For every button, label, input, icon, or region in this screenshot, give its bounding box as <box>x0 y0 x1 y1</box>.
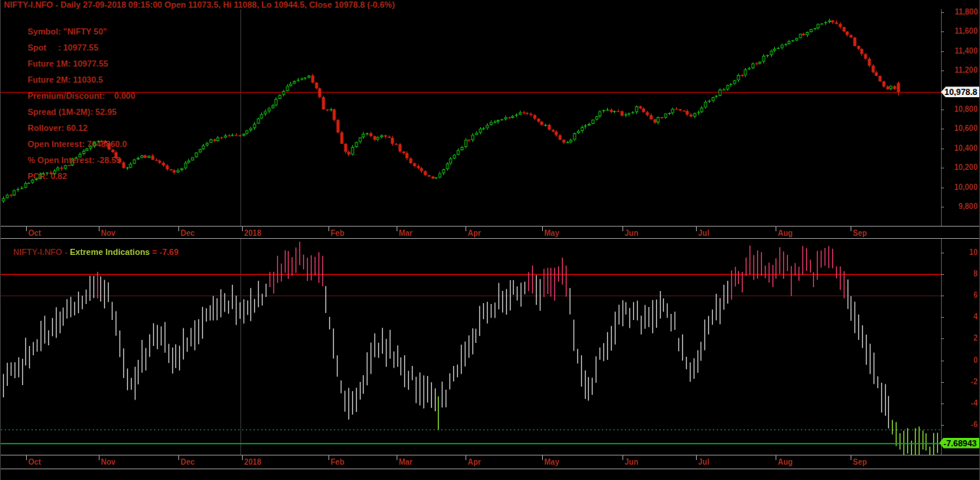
y-axis-tick <box>941 149 944 149</box>
indicator-title-name: Extreme Indications <box>70 247 150 256</box>
x-axis-label-apr: Apr <box>468 229 481 237</box>
bottom-x-axis[interactable]: OctNovDec2018FebMarAprMayJunJulAugSep <box>1 456 941 468</box>
x-axis-label-jul: Jul <box>698 229 709 237</box>
y-axis-tick <box>941 31 944 32</box>
x-axis-tick <box>696 227 697 231</box>
y-axis-tick <box>941 207 944 207</box>
x-axis-label-oct: Oct <box>28 458 41 466</box>
x-axis-label-jul: Jul <box>698 458 709 466</box>
y-axis-tick <box>941 274 944 275</box>
x-axis-tick <box>328 456 329 460</box>
y-axis-label: -4 <box>944 399 978 407</box>
x-axis-tick <box>622 456 623 460</box>
x-axis-tick <box>466 456 466 460</box>
x-axis-tick <box>696 456 697 460</box>
y-axis-label: 6 <box>944 291 978 299</box>
x-axis-label-dec: Dec <box>181 458 194 466</box>
y-axis-label: 0 <box>944 356 978 364</box>
x-axis-tick <box>99 227 100 231</box>
x-axis-label-2018: 2018 <box>244 458 261 466</box>
indicator-chart-canvas[interactable] <box>1 238 941 456</box>
y-axis-label: 4 <box>944 312 978 321</box>
y-axis-label: 9,800 <box>944 202 978 211</box>
x-axis-tick <box>178 456 179 460</box>
y-axis-tick <box>941 317 944 318</box>
indicator-panel-title: NIFTY-I.NFO - Extreme Indications = -7.6… <box>4 240 178 248</box>
top-y-axis-line <box>941 9 942 226</box>
y-axis-label: 11,400 <box>944 47 978 55</box>
x-axis-tick <box>242 227 243 231</box>
x-axis-label-nov: Nov <box>101 229 116 237</box>
indicator-title-value: = -7.69 <box>150 247 179 256</box>
separator-line <box>1 469 980 469</box>
indicator-title-symbol: NIFTY-I.NFO <box>13 247 62 256</box>
y-axis-tick <box>941 70 944 71</box>
x-axis-tick <box>99 456 100 460</box>
y-axis-tick <box>941 129 944 129</box>
y-axis-label: 8 <box>944 269 978 278</box>
bottom-y-axis-line <box>941 238 942 455</box>
x-axis-label-apr: Apr <box>468 458 481 466</box>
y-axis-label: 10,800 <box>944 105 978 113</box>
x-axis-label-aug: Aug <box>778 458 792 466</box>
y-axis-tick <box>941 338 944 339</box>
x-axis-label-feb: Feb <box>331 458 345 466</box>
y-axis-tick <box>941 168 944 168</box>
y-axis-tick <box>941 188 944 188</box>
x-axis-tick <box>466 227 466 231</box>
y-axis-label: 2 <box>944 334 978 342</box>
x-axis-tick <box>26 456 27 460</box>
x-axis-tick <box>542 227 543 231</box>
y-axis-tick <box>941 382 944 383</box>
y-axis-label: 11,800 <box>944 8 978 16</box>
y-axis-tick <box>941 12 944 13</box>
y-axis-label: 10,600 <box>944 124 978 132</box>
x-axis-label-dec: Dec <box>181 229 194 237</box>
x-axis-tick <box>397 456 397 460</box>
x-axis-label-mar: Mar <box>399 458 413 466</box>
y-axis-label: 11,600 <box>944 27 978 35</box>
top-x-axis[interactable]: OctNovDec2018FebMarAprMayJunJulAugSep <box>1 227 941 239</box>
x-axis-label-mar: Mar <box>399 229 413 237</box>
y-axis-label: -2 <box>944 377 978 386</box>
x-axis-tick <box>242 456 243 460</box>
x-axis-tick <box>397 227 397 231</box>
y-axis-label: 10,400 <box>944 144 978 152</box>
x-axis-label-jun: Jun <box>625 458 639 466</box>
x-axis-label-aug: Aug <box>778 229 792 237</box>
x-axis-tick <box>776 456 776 460</box>
y-axis-tick <box>941 361 944 361</box>
y-axis-label: 11,200 <box>944 66 978 74</box>
x-axis-label-sep: Sep <box>853 458 867 466</box>
x-axis-tick <box>178 227 179 231</box>
x-axis-label-sep: Sep <box>853 229 867 237</box>
x-axis-label-feb: Feb <box>331 229 345 237</box>
x-axis-label-oct: Oct <box>28 229 41 237</box>
charting-terminal-window: NIFTY-I.NFO - Daily 27-09-2018 09:15:00 … <box>0 0 980 480</box>
x-axis-label-may: May <box>544 458 559 466</box>
x-axis-label-2018: 2018 <box>244 229 261 237</box>
x-axis-tick <box>776 227 776 231</box>
x-axis-tick <box>851 227 851 231</box>
top-panel-title: NIFTY-I.NFO - Daily 27-09-2018 09:15:00 … <box>4 1 395 9</box>
y-axis-tick <box>941 109 944 110</box>
y-axis-tick <box>941 403 944 404</box>
last-price-tag[interactable]: 10,978.8 <box>941 87 980 97</box>
price-chart-canvas[interactable] <box>1 9 941 227</box>
x-axis-label-jun: Jun <box>625 229 639 237</box>
y-axis-label: 10,200 <box>944 163 978 171</box>
y-axis-tick <box>941 253 944 253</box>
x-axis-label-nov: Nov <box>101 458 116 466</box>
x-axis-tick <box>542 456 543 460</box>
x-axis-label-may: May <box>544 229 559 237</box>
x-axis-tick <box>328 227 329 231</box>
y-axis-label: 10,000 <box>944 183 978 191</box>
y-axis-tick <box>941 296 944 296</box>
x-axis-tick <box>622 227 623 231</box>
x-axis-tick <box>26 227 27 231</box>
indicator-value-tag[interactable]: -7.68943 <box>939 438 980 449</box>
y-axis-label: -6 <box>944 420 978 429</box>
y-axis-label: 10 <box>944 248 978 256</box>
y-axis-tick <box>941 425 944 426</box>
y-axis-tick <box>941 51 944 52</box>
